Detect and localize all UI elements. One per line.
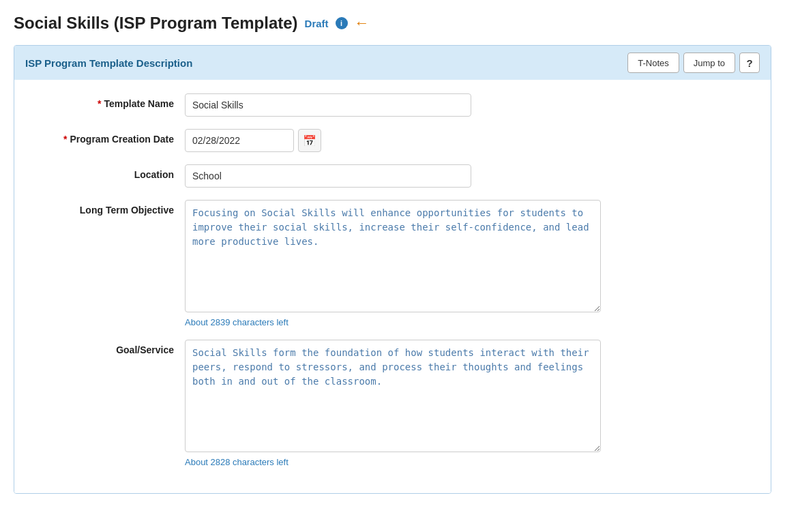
calendar-button[interactable]: 📅 (298, 129, 321, 152)
section-header-title: ISP Program Template Description (25, 57, 192, 69)
required-star-template: * (98, 98, 101, 109)
template-name-input[interactable] (185, 93, 471, 117)
section-header: ISP Program Template Description T-Notes… (14, 46, 771, 80)
header-buttons: T-Notes Jump to ? (627, 53, 760, 73)
goal-service-row: Goal/Service About 2828 characters left (35, 340, 750, 467)
info-icon[interactable]: i (336, 17, 348, 29)
calendar-icon: 📅 (303, 134, 316, 147)
date-wrapper: 📅 (185, 129, 750, 152)
page-title: Social Skills (ISP Program Template) (14, 14, 298, 33)
location-field (185, 164, 750, 188)
program-creation-date-row: *Program Creation Date 📅 (35, 129, 750, 152)
location-row: Location (35, 164, 750, 188)
long-term-objective-textarea[interactable] (185, 200, 601, 312)
tnotes-button[interactable]: T-Notes (627, 53, 679, 73)
section-body: *Template Name *Program Creation Date 📅 (14, 80, 771, 493)
date-input[interactable] (185, 129, 294, 152)
goal-service-textarea[interactable] (185, 340, 601, 452)
required-star-date: * (63, 134, 67, 145)
long-term-objective-chars: About 2839 characters left (185, 317, 750, 327)
program-creation-date-field: 📅 (185, 129, 750, 152)
template-name-field (185, 93, 750, 117)
long-term-objective-row: Long Term Objective About 2839 character… (35, 200, 750, 327)
goal-service-field: About 2828 characters left (185, 340, 750, 467)
template-name-row: *Template Name (35, 93, 750, 117)
page-title-row: Social Skills (ISP Program Template) Dra… (14, 14, 771, 33)
arrow-icon: ← (355, 14, 370, 32)
page-wrapper: Social Skills (ISP Program Template) Dra… (0, 0, 785, 532)
goal-service-chars: About 2828 characters left (185, 457, 750, 467)
location-input[interactable] (185, 164, 471, 188)
draft-badge: Draft (305, 18, 329, 29)
long-term-objective-label: Long Term Objective (35, 200, 185, 216)
jump-to-button[interactable]: Jump to (683, 53, 735, 73)
template-name-label: *Template Name (35, 93, 185, 109)
section-card: ISP Program Template Description T-Notes… (14, 45, 771, 494)
help-button[interactable]: ? (739, 53, 760, 73)
goal-service-label: Goal/Service (35, 340, 185, 355)
location-label: Location (35, 164, 185, 180)
program-creation-date-label: *Program Creation Date (35, 129, 185, 145)
long-term-objective-field: About 2839 characters left (185, 200, 750, 327)
